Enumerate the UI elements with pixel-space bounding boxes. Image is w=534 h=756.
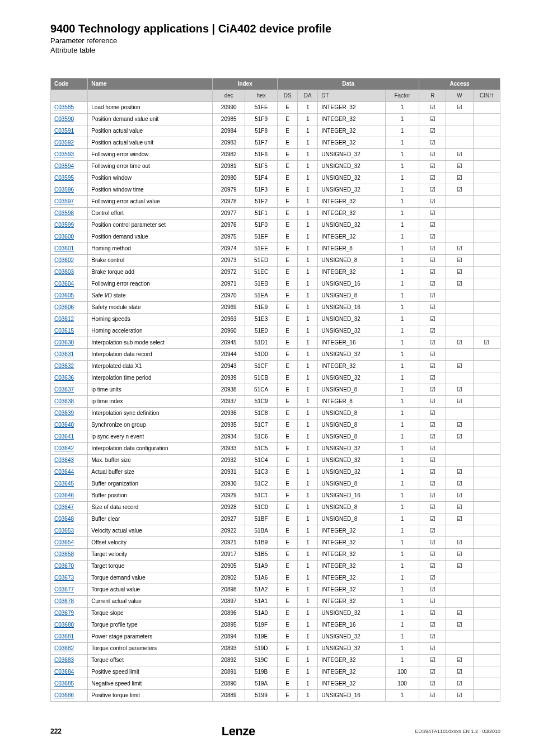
code-link[interactable]: C03590	[54, 116, 74, 122]
cell-name: Interpolation sub mode select	[88, 337, 213, 348]
code-link[interactable]: C03648	[54, 516, 74, 522]
code-link[interactable]: C03677	[54, 586, 74, 592]
cell-da: 1	[298, 454, 318, 466]
code-link[interactable]: C03646	[54, 492, 74, 498]
code-link[interactable]: C03640	[54, 422, 74, 428]
code-link[interactable]: C03642	[54, 445, 74, 451]
cell-hex: 51C7	[245, 419, 278, 431]
code-link[interactable]: C03593	[54, 151, 74, 157]
cell-dec: 20936	[213, 407, 245, 419]
code-link[interactable]: C03599	[54, 222, 74, 228]
check-icon	[430, 515, 435, 522]
cell-r	[419, 290, 446, 301]
cell-name: Position actual value unit	[88, 137, 213, 148]
cell-da: 1	[298, 560, 318, 572]
cell-hex: 51A0	[245, 607, 278, 619]
code-link[interactable]: C03639	[54, 410, 74, 416]
table-row: C03599Position control parameter set2097…	[51, 219, 500, 231]
cell-name: Position control parameter set	[88, 219, 213, 231]
code-link[interactable]: C03679	[54, 610, 74, 616]
code-link[interactable]: C03632	[54, 363, 74, 369]
check-icon	[430, 233, 435, 240]
code-link[interactable]: C03604	[54, 281, 74, 287]
code-link[interactable]: C03630	[54, 339, 74, 346]
cell-factor: 1	[385, 219, 419, 231]
code-link[interactable]: C03638	[54, 398, 74, 404]
code-link[interactable]: C03685	[54, 680, 74, 687]
code-link[interactable]: C03683	[54, 657, 74, 663]
cell-hex: 51BF	[245, 513, 278, 525]
code-link[interactable]: C03682	[54, 645, 74, 651]
cell-w	[446, 137, 473, 148]
code-link[interactable]: C03658	[54, 551, 74, 557]
cell-dt: UNSIGNED_32	[318, 184, 386, 195]
code-link[interactable]: C03612	[54, 316, 74, 322]
code-link[interactable]: C03598	[54, 210, 74, 216]
cell-factor: 1	[385, 642, 419, 654]
cell-r	[419, 348, 446, 360]
table-row: C03612Homing speeds2096351E3E1UNSIGNED_3…	[51, 313, 500, 325]
cell-name: Brake torque add	[88, 266, 213, 278]
code-link[interactable]: C03637	[54, 386, 74, 393]
code-link[interactable]: C03670	[54, 563, 74, 569]
cell-cinh	[473, 607, 500, 619]
cell-w	[446, 572, 473, 584]
cell-cinh	[473, 195, 500, 207]
code-link[interactable]: C03644	[54, 469, 74, 475]
code-link[interactable]: C03631	[54, 351, 74, 357]
cell-w	[446, 631, 473, 642]
code-link[interactable]: C03601	[54, 245, 74, 251]
code-link[interactable]: C03597	[54, 198, 74, 204]
code-link[interactable]: C03606	[54, 304, 74, 310]
cell-hex: 51CF	[245, 360, 278, 372]
cell-hex: 519E	[245, 631, 278, 642]
cell-hex: 519C	[245, 654, 278, 666]
cell-hex: 51C2	[245, 478, 278, 489]
code-link[interactable]: C03605	[54, 292, 74, 298]
cell-dec: 20972	[213, 266, 245, 278]
code-link[interactable]: C03654	[54, 539, 74, 545]
code-link[interactable]: C03684	[54, 669, 74, 675]
code-link[interactable]: C03603	[54, 269, 74, 275]
code-link[interactable]: C03585	[54, 104, 74, 110]
table-row: C03645Buffer organization2093051C2E1UNSI…	[51, 478, 500, 489]
cell-da: 1	[298, 231, 318, 242]
code-link[interactable]: C03602	[54, 257, 74, 263]
code-link[interactable]: C03600	[54, 234, 74, 240]
cell-ds: E	[278, 278, 298, 290]
table-row: C03593Following error window2098251F6E1U…	[51, 148, 500, 160]
code-link[interactable]: C03636	[54, 375, 74, 381]
code-link[interactable]: C03653	[54, 528, 74, 534]
cell-factor: 1	[385, 572, 419, 584]
cell-da: 1	[298, 548, 318, 560]
code-link[interactable]: C03592	[54, 139, 74, 146]
code-link[interactable]: C03596	[54, 186, 74, 193]
cell-dec: 20929	[213, 489, 245, 501]
code-link[interactable]: C03681	[54, 633, 74, 640]
cell-w	[446, 501, 473, 513]
cell-w	[446, 536, 473, 548]
code-link[interactable]: C03595	[54, 175, 74, 181]
code-link[interactable]: C03594	[54, 163, 74, 169]
cell-factor: 1	[385, 560, 419, 572]
code-link[interactable]: C03647	[54, 504, 74, 510]
cell-dec: 20889	[213, 689, 245, 701]
table-row: C03681Power stage parameters20894519EE1U…	[51, 631, 500, 642]
code-link[interactable]: C03615	[54, 328, 74, 334]
code-link[interactable]: C03686	[54, 692, 74, 698]
cell-dt: INTEGER_32	[318, 548, 386, 560]
code-link[interactable]: C03591	[54, 128, 74, 134]
cell-factor: 1	[385, 619, 419, 631]
page-number: 222	[50, 727, 62, 735]
attribute-table: Code Name Index Data Access dec hex DS D…	[50, 78, 500, 702]
check-icon	[430, 586, 435, 592]
col-access: Access	[419, 78, 500, 90]
cell-cinh	[473, 548, 500, 560]
code-link[interactable]: C03645	[54, 480, 74, 487]
code-link[interactable]: C03643	[54, 457, 74, 463]
code-link[interactable]: C03680	[54, 622, 74, 628]
code-link[interactable]: C03673	[54, 575, 74, 581]
cell-ds: E	[278, 678, 298, 689]
code-link[interactable]: C03678	[54, 598, 74, 604]
code-link[interactable]: C03641	[54, 433, 74, 440]
